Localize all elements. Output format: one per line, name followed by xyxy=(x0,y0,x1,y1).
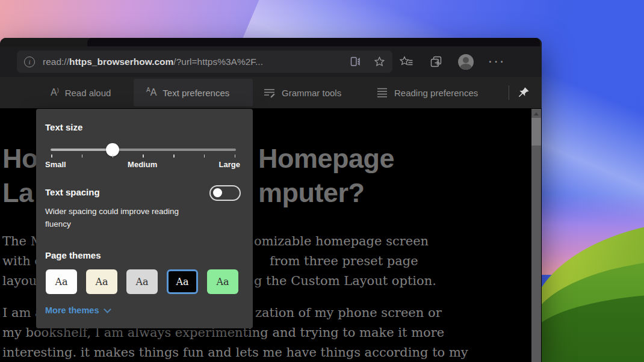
page-themes-title: Page themes xyxy=(45,250,101,260)
text-size-slider-ticks xyxy=(51,155,235,158)
slider-label-small: Small xyxy=(45,160,66,169)
url-scheme: read:// xyxy=(43,57,69,67)
reading-preferences-label: Reading preferences xyxy=(394,88,478,98)
theme-swatch-gray[interactable]: Aa xyxy=(126,269,158,294)
favorites-bar-icon[interactable] xyxy=(400,55,414,69)
grammar-tools-label: Grammar tools xyxy=(282,88,341,98)
paragraph-fragment: g the Custom Layout option. xyxy=(254,274,436,288)
theme-swatch-sepia[interactable]: Aa xyxy=(86,269,117,294)
text-size-slider-track[interactable] xyxy=(51,149,236,151)
profile-avatar[interactable] xyxy=(458,54,474,70)
text-size-title: Text size xyxy=(45,122,82,132)
scrollbar-up-arrow-icon[interactable] xyxy=(534,112,539,115)
text-spacing-toggle[interactable] xyxy=(209,185,241,201)
page-theme-swatches: Aa Aa Aa Aa Aa xyxy=(46,269,238,294)
slider-label-large: Large xyxy=(219,160,240,169)
tab-strip-shadow xyxy=(87,38,540,46)
theme-swatch-green[interactable]: Aa xyxy=(207,269,238,294)
text-spacing-title: Text spacing xyxy=(45,187,100,197)
reading-preferences-icon xyxy=(376,87,388,99)
read-aloud-icon[interactable] xyxy=(349,55,362,68)
text-preferences-aa-icon: AA xyxy=(146,87,156,98)
scrollbar[interactable] xyxy=(531,109,541,362)
reader-toolbar: A) Read aloud AA Text preferences Gramma… xyxy=(0,77,542,108)
theme-swatch-black[interactable]: Aa xyxy=(167,269,198,294)
text-preferences-label: Text preferences xyxy=(163,88,229,98)
favorites-star-icon[interactable] xyxy=(374,56,385,67)
article-title-fragment: mputer? xyxy=(258,177,365,209)
screen: i read://https_browserhow.com/?url=https… xyxy=(0,0,644,362)
grammar-tools-button[interactable]: Grammar tools xyxy=(263,77,341,108)
read-aloud-button[interactable]: A) Read aloud xyxy=(51,77,111,108)
slider-label-medium: Medium xyxy=(128,160,157,169)
pin-icon xyxy=(517,86,530,99)
paragraph-fragment: interesting. it makes things fun and let… xyxy=(2,345,468,360)
scrollbar-thumb[interactable] xyxy=(531,118,541,146)
read-aloud-label: Read aloud xyxy=(65,88,111,98)
collections-icon[interactable] xyxy=(429,55,443,69)
more-themes-link[interactable]: More themes xyxy=(45,305,110,315)
paragraph-fragment: layou xyxy=(2,274,37,288)
paragraph-fragment: omizable homepage screen xyxy=(254,234,429,248)
text-size-slider-labels: Small Medium Large xyxy=(45,160,240,169)
tab-strip xyxy=(0,38,542,46)
pin-toolbar-button[interactable] xyxy=(515,84,532,101)
toolbar-divider xyxy=(509,85,509,100)
paragraph-fragment: zation of my phone screen or xyxy=(255,305,442,320)
page-info-icon[interactable]: i xyxy=(24,57,35,67)
address-bar[interactable]: i read://https_browserhow.com/?url=https… xyxy=(17,51,392,73)
chevron-down-icon xyxy=(104,305,112,313)
grammar-tools-icon xyxy=(263,87,276,99)
text-preferences-button[interactable]: AA Text preferences xyxy=(134,79,253,106)
text-spacing-description: Wider spacing could improve reading flue… xyxy=(45,205,197,230)
article-title-fragment: Ho xyxy=(2,143,38,174)
toggle-knob xyxy=(213,188,222,197)
paragraph-fragment: from three preset page xyxy=(270,254,418,268)
address-bar-row: i read://https_browserhow.com/?url=https… xyxy=(0,46,542,77)
settings-more-icon[interactable]: ··· xyxy=(489,56,506,68)
read-aloud-letter-icon: A) xyxy=(51,87,59,98)
more-themes-label: More themes xyxy=(45,305,99,315)
article-title-fragment: Homepage xyxy=(258,143,394,174)
theme-swatch-white[interactable]: Aa xyxy=(46,269,77,294)
text-preferences-panel: Text size Small Medium Large Text spacin… xyxy=(36,109,253,328)
url-host: https_browserhow.com xyxy=(69,57,173,67)
reading-preferences-button[interactable]: Reading preferences xyxy=(376,77,478,108)
url-text[interactable]: read://https_browserhow.com/?url=https%3… xyxy=(43,57,263,67)
article-title-fragment: La xyxy=(2,177,34,209)
url-path: /?url=https%3A%2F... xyxy=(173,57,263,67)
